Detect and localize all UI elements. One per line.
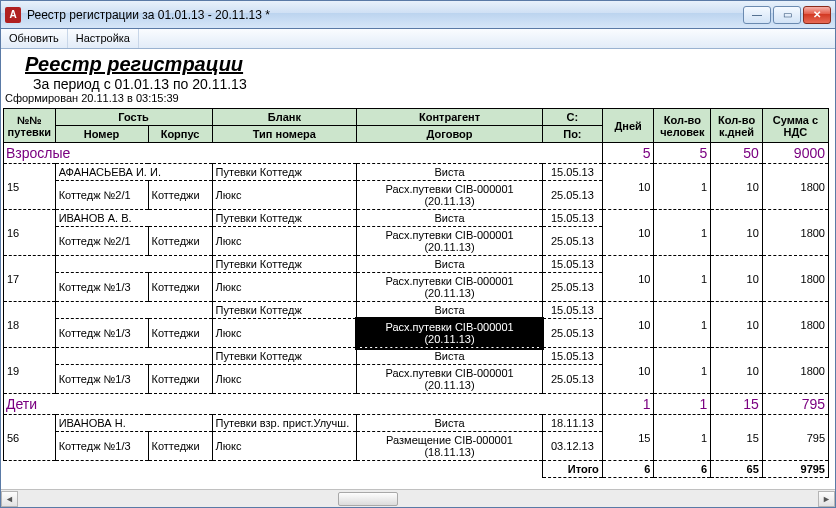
cell-tip: Люкс — [212, 227, 357, 256]
cell-ppl: 1 — [654, 210, 711, 256]
cell-date-from: 15.05.13 — [542, 348, 602, 365]
cell-ppl: 1 — [654, 302, 711, 348]
maximize-button[interactable]: ▭ — [773, 6, 801, 24]
cell-ppl: 1 — [654, 415, 711, 461]
cell-kontragent: Виста — [357, 164, 543, 181]
totals-ppl: 6 — [654, 461, 711, 478]
scroll-left-button[interactable]: ◄ — [1, 491, 18, 507]
cell-tip: Люкс — [212, 365, 357, 394]
cell-sum: 1800 — [762, 210, 828, 256]
cell-korpus: Коттеджи — [148, 365, 212, 394]
totals-dney: 6 — [602, 461, 654, 478]
cell-kontragent: Виста — [357, 302, 543, 319]
cell-nomer: Коттедж №1/3 — [55, 432, 148, 461]
table-row[interactable]: 16 ИВАНОВ А. В. Путевки Коттедж Виста 15… — [4, 210, 829, 227]
cell-date-to: 25.05.13 — [542, 181, 602, 210]
cell-guest: ИВАНОВ А. В. — [55, 210, 212, 227]
totals-row: Итого 6 6 65 9795 — [4, 461, 829, 478]
cell-date-to: 03.12.13 — [542, 432, 602, 461]
cell-korpus: Коттеджи — [148, 181, 212, 210]
cell-guest: АФАНАСЬЕВА И. И. — [55, 164, 212, 181]
cell-sum: 1800 — [762, 348, 828, 394]
cell-dney: 10 — [602, 348, 654, 394]
section-adults: Взрослые 5 5 50 9000 — [4, 143, 829, 164]
cell-date-to: 25.05.13 — [542, 319, 602, 348]
cell-guest — [55, 302, 212, 319]
registration-table: №№ путевки Гость Бланк Контрагент С: Дне… — [3, 108, 829, 478]
th-blank: Бланк — [212, 109, 357, 126]
section-kids-label: Дети — [4, 394, 603, 415]
cell-ppl: 1 — [654, 164, 711, 210]
kids-ppl: 1 — [654, 394, 711, 415]
scroll-right-button[interactable]: ► — [818, 491, 835, 507]
section-adults-label: Взрослые — [4, 143, 603, 164]
totals-kd: 65 — [711, 461, 763, 478]
table-row[interactable]: 17 Путевки Коттедж Виста 15.05.13 10 1 1… — [4, 256, 829, 273]
table-row[interactable]: 56 ИВАНОВА Н. Путевки взр. прист.Улучш. … — [4, 415, 829, 432]
cell-guest: ИВАНОВА Н. — [55, 415, 212, 432]
cell-no: 15 — [4, 164, 56, 210]
cell-blank: Путевки взр. прист.Улучш. — [212, 415, 357, 432]
scroll-track[interactable] — [18, 491, 818, 507]
cell-nomer: Коттедж №2/1 — [55, 181, 148, 210]
cell-tip: Люкс — [212, 432, 357, 461]
th-sum: Сумма с НДС — [762, 109, 828, 143]
th-nomer: Номер — [55, 126, 148, 143]
cell-date-from: 15.05.13 — [542, 302, 602, 319]
cell-dney: 10 — [602, 302, 654, 348]
menu-refresh[interactable]: Обновить — [1, 29, 68, 48]
section-kids: Дети 1 1 15 795 — [4, 394, 829, 415]
close-button[interactable]: ✕ — [803, 6, 831, 24]
cell-date-from: 15.05.13 — [542, 164, 602, 181]
scroll-thumb[interactable] — [338, 492, 398, 506]
cell-kontragent: Виста — [357, 415, 543, 432]
cell-korpus: Коттеджи — [148, 227, 212, 256]
cell-kd: 10 — [711, 348, 763, 394]
cell-no: 17 — [4, 256, 56, 302]
th-ppl: Кол-во человек — [654, 109, 711, 143]
cell-nomer: Коттедж №1/3 — [55, 319, 148, 348]
cell-tip: Люкс — [212, 181, 357, 210]
table-row[interactable]: 15 АФАНАСЬЕВА И. И. Путевки Коттедж Вист… — [4, 164, 829, 181]
menu-settings[interactable]: Настройка — [68, 29, 139, 48]
th-dney: Дней — [602, 109, 654, 143]
adults-sum: 9000 — [762, 143, 828, 164]
th-kd: Кол-во к.дней — [711, 109, 763, 143]
th-dogovor: Договор — [357, 126, 543, 143]
th-s: С: — [542, 109, 602, 126]
horizontal-scrollbar[interactable]: ◄ ► — [1, 489, 835, 507]
cell-blank: Путевки Коттедж — [212, 256, 357, 273]
cell-korpus: Коттеджи — [148, 319, 212, 348]
cell-kd: 15 — [711, 415, 763, 461]
cell-nomer: Коттедж №1/3 — [55, 365, 148, 394]
cell-ppl: 1 — [654, 256, 711, 302]
cell-date-from: 15.05.13 — [542, 256, 602, 273]
cell-dney: 10 — [602, 164, 654, 210]
cell-no: 56 — [4, 415, 56, 461]
cell-sum: 1800 — [762, 164, 828, 210]
th-korpus: Корпус — [148, 126, 212, 143]
cell-dogovor: Расх.путевки CIB-000001 (20.11.13) — [357, 273, 543, 302]
cell-kontragent: Виста — [357, 348, 543, 365]
cell-nomer: Коттедж №2/1 — [55, 227, 148, 256]
cell-ppl: 1 — [654, 348, 711, 394]
th-guest: Гость — [55, 109, 212, 126]
app-window: A Реестр регистрации за 01.01.13 - 20.11… — [0, 0, 836, 508]
cell-blank: Путевки Коттедж — [212, 348, 357, 365]
cell-blank: Путевки Коттедж — [212, 302, 357, 319]
app-icon: A — [5, 7, 21, 23]
kids-kd: 15 — [711, 394, 763, 415]
cell-dogovor: Расх.путевки CIB-000001 (20.11.13) — [357, 365, 543, 394]
cell-dogovor-selected[interactable]: Расх.путевки CIB-000001 (20.11.13) — [357, 319, 543, 348]
cell-dney: 15 — [602, 415, 654, 461]
cell-dogovor: Размещение CIB-000001 (18.11.13) — [357, 432, 543, 461]
cell-blank: Путевки Коттедж — [212, 164, 357, 181]
cell-kontragent: Виста — [357, 256, 543, 273]
report-title: Реестр регистрации — [25, 53, 829, 76]
table-row[interactable]: 18 Путевки Коттедж Виста 15.05.13 10 1 1… — [4, 302, 829, 319]
totals-sum: 9795 — [762, 461, 828, 478]
cell-dogovor: Расх.путевки CIB-000001 (20.11.13) — [357, 181, 543, 210]
minimize-button[interactable]: — — [743, 6, 771, 24]
cell-kd: 10 — [711, 256, 763, 302]
table-row[interactable]: 19 Путевки Коттедж Виста 15.05.13 10 1 1… — [4, 348, 829, 365]
